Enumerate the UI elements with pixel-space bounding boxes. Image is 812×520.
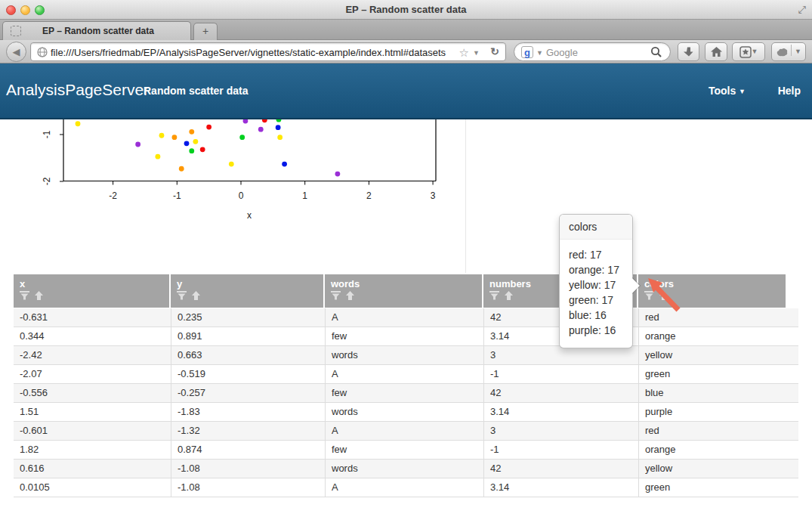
filter-icon[interactable] bbox=[177, 291, 187, 300]
brand-title[interactable]: AnalysisPageServer bbox=[6, 81, 149, 99]
chevron-down-icon: ▼ bbox=[739, 88, 746, 95]
table-row: -0.601-1.32A3red bbox=[14, 422, 798, 441]
filter-icon[interactable] bbox=[489, 291, 499, 300]
table-cell-x: -2.07 bbox=[14, 365, 171, 384]
table-cell-colors: purple bbox=[638, 403, 798, 422]
button-divider bbox=[791, 45, 792, 56]
addon-dropdown-icon[interactable]: ▼ bbox=[795, 48, 801, 55]
home-button[interactable] bbox=[705, 42, 727, 61]
scatter-point-yellow bbox=[159, 133, 165, 138]
search-box[interactable]: g ▼ Google bbox=[514, 42, 671, 61]
table-row: -2.420.663words3yellow bbox=[14, 346, 798, 365]
panel-divider bbox=[465, 119, 466, 273]
download-icon bbox=[684, 47, 693, 57]
table-cell-x: 0.616 bbox=[14, 460, 171, 478]
table-cell-y: 0.663 bbox=[171, 346, 325, 365]
popover-line: orange: 17 bbox=[569, 262, 623, 277]
scatter-point-orange bbox=[189, 129, 194, 135]
fullscreen-icon[interactable]: ⤢ bbox=[798, 4, 806, 16]
table-cell-numbers: 3 bbox=[483, 422, 638, 441]
table-cell-x: 0.344 bbox=[14, 327, 171, 346]
svg-text:-1: -1 bbox=[42, 130, 52, 138]
scatter-point-purple bbox=[135, 142, 140, 147]
tools-menu[interactable]: Tools ▼ bbox=[709, 85, 746, 97]
scatter-point-blue bbox=[276, 125, 281, 130]
column-header-words[interactable]: words bbox=[325, 274, 482, 308]
table-cell-y: -1.08 bbox=[171, 460, 325, 478]
popover-line: red: 17 bbox=[569, 247, 623, 262]
bookmarks-dropdown-icon[interactable]: ▼ bbox=[752, 48, 758, 55]
downloads-button[interactable] bbox=[678, 42, 699, 61]
table-cell-x: -0.601 bbox=[14, 422, 171, 441]
nav-item-page[interactable]: Random scatter data bbox=[144, 85, 248, 97]
scatter-point-yellow bbox=[193, 139, 198, 144]
table-cell-y: -1.83 bbox=[171, 403, 325, 422]
table-cell-colors: red bbox=[638, 422, 798, 441]
table-cell-x: -0.631 bbox=[14, 308, 171, 327]
browser-toolbar: ◀ file:///Users/friedmab/EP/AnalysisPage… bbox=[0, 40, 812, 63]
scatter-point-red bbox=[200, 147, 205, 152]
scatter-point-purple bbox=[258, 127, 264, 132]
tab-strip: EP – Random scatter data + bbox=[0, 20, 812, 40]
table-cell-y: -0.519 bbox=[171, 365, 325, 384]
browser-tab[interactable]: EP – Random scatter data bbox=[2, 21, 191, 40]
scatter-point-red bbox=[262, 119, 267, 122]
table-cell-y: -1.32 bbox=[171, 422, 325, 441]
sort-icon[interactable] bbox=[35, 291, 43, 300]
search-icon[interactable] bbox=[650, 46, 662, 61]
svg-text:-2: -2 bbox=[42, 177, 52, 185]
column-label: x bbox=[20, 278, 169, 289]
scatter-point-blue bbox=[282, 162, 287, 167]
table-cell-colors: green bbox=[638, 365, 798, 384]
annotation-arrow-icon bbox=[637, 275, 688, 314]
table-cell-colors: orange bbox=[638, 327, 798, 346]
table-row: 0.616-1.08words42yellow bbox=[14, 460, 798, 478]
table-cell-x: 1.51 bbox=[14, 403, 171, 422]
table-cell-words: words bbox=[325, 403, 483, 422]
table-cell-words: few bbox=[325, 384, 483, 403]
scatter-point-green bbox=[239, 135, 245, 140]
sort-icon[interactable] bbox=[346, 291, 354, 300]
sort-icon[interactable] bbox=[505, 291, 513, 300]
url-bar[interactable]: file:///Users/friedmab/EP/AnalysisPageSe… bbox=[30, 42, 506, 61]
sort-icon[interactable] bbox=[192, 291, 200, 300]
help-link[interactable]: Help bbox=[778, 85, 801, 97]
column-header-y[interactable]: y bbox=[171, 274, 323, 308]
window-title: EP – Random scatter data bbox=[0, 4, 812, 15]
bookmarks-button[interactable]: ▼ bbox=[732, 42, 765, 61]
bookmark-star-icon[interactable]: ☆ bbox=[459, 46, 469, 60]
engine-dropdown-icon[interactable]: ▼ bbox=[536, 49, 543, 57]
google-engine-icon[interactable]: g bbox=[521, 46, 533, 58]
addon-button[interactable]: ▼ bbox=[771, 42, 806, 61]
column-header-x[interactable]: x bbox=[14, 274, 169, 308]
scatter-point-yellow bbox=[76, 121, 81, 126]
table-cell-numbers: 42 bbox=[483, 384, 638, 403]
scatter-point-yellow bbox=[277, 135, 283, 140]
table-row: 1.820.874few-1orange bbox=[14, 441, 798, 460]
popover-line: blue: 16 bbox=[569, 308, 623, 323]
url-text[interactable]: file:///Users/friedmab/EP/AnalysisPageSe… bbox=[51, 47, 470, 58]
table-cell-numbers: 42 bbox=[483, 460, 638, 478]
filter-icon[interactable] bbox=[20, 291, 29, 300]
table-cell-x: 0.0105 bbox=[14, 478, 171, 497]
scatter-point-blue bbox=[184, 141, 190, 146]
filter-icon[interactable] bbox=[331, 291, 341, 300]
tab-title: EP – Random scatter data bbox=[42, 26, 154, 36]
table-cell-x: 1.82 bbox=[14, 441, 171, 460]
new-tab-button[interactable]: + bbox=[193, 23, 218, 40]
table-cell-colors: blue bbox=[638, 384, 798, 403]
url-dropdown-icon[interactable]: ▼ bbox=[473, 49, 480, 57]
scatter-point-green bbox=[276, 119, 282, 122]
app-navbar: AnalysisPageServer Random scatter data T… bbox=[0, 63, 812, 119]
table-cell-numbers: -1 bbox=[483, 441, 638, 460]
table-row: 1.51-1.83words3.14purple bbox=[14, 403, 798, 422]
scatter-point-yellow bbox=[155, 154, 160, 159]
back-button[interactable]: ◀ bbox=[6, 42, 26, 62]
search-placeholder[interactable]: Google bbox=[546, 47, 578, 58]
table-cell-y: -1.08 bbox=[171, 478, 325, 497]
table-cell-y: 0.874 bbox=[171, 441, 325, 460]
table-cell-words: A bbox=[325, 308, 483, 327]
scatter-point-purple bbox=[335, 172, 340, 177]
table-cell-words: few bbox=[325, 327, 483, 346]
reload-icon[interactable]: ↻ bbox=[490, 45, 499, 57]
